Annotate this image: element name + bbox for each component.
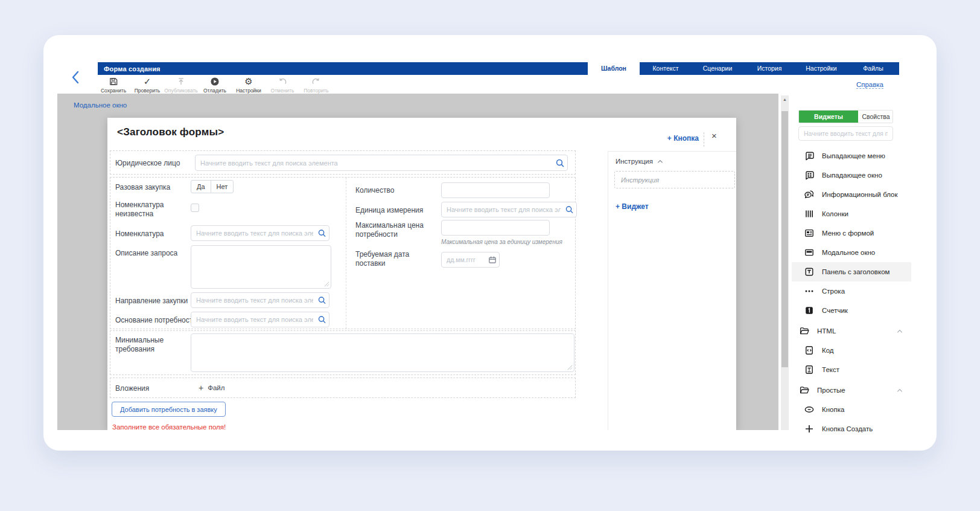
resize-handle-icon[interactable] <box>324 281 329 287</box>
attachments-label: Вложения <box>115 384 149 393</box>
add-file-label: Файл <box>208 384 224 391</box>
counter-icon <box>804 305 815 316</box>
plus-icon: + <box>199 384 203 392</box>
back-chevron-icon[interactable] <box>70 70 81 85</box>
yes-button[interactable]: Да <box>191 180 211 193</box>
add-widget-link[interactable]: + Виджет <box>616 202 649 211</box>
scrollbar-thumb[interactable] <box>781 111 788 367</box>
tab-properties[interactable]: Свойства <box>858 111 893 123</box>
instruction-header[interactable]: Инструкция <box>616 158 663 165</box>
modal-window-widget: <Заголовок формы> + Кнопка × Юридическое… <box>107 118 736 430</box>
need-basis-input[interactable] <box>191 312 329 327</box>
quantity-input[interactable] <box>441 182 550 198</box>
one-time-purchase-label: Разовая закупка <box>115 183 170 192</box>
tab-context[interactable]: Контекст <box>640 62 692 75</box>
debug-button[interactable]: Отладить <box>200 76 229 94</box>
need-basis-label: Основание потребности <box>115 316 197 325</box>
legal-entity-label: Юридическое лицо <box>115 159 180 168</box>
legal-entity-search <box>195 155 568 171</box>
text-icon <box>804 364 815 375</box>
search-icon <box>565 205 574 214</box>
menu-with-form-icon <box>804 228 815 239</box>
add-need-button[interactable]: Добавить потребность в заявку <box>112 402 226 417</box>
app-title: Форма создания <box>98 65 161 72</box>
section-attachments: Вложения + Файл <box>110 378 576 398</box>
dropdown-window-icon <box>804 170 815 181</box>
widget-item-row[interactable]: Строка <box>792 281 911 301</box>
widget-group-html[interactable]: HTML <box>792 321 911 341</box>
undo-button[interactable]: Отменить <box>268 76 297 94</box>
unit-input[interactable] <box>441 202 577 217</box>
purchase-direction-input[interactable] <box>191 292 329 308</box>
nomenclature-unknown-checkbox[interactable] <box>191 204 199 212</box>
sidebar-tabs: Виджеты Свойства <box>798 110 893 123</box>
widget-group-simple[interactable]: Простые <box>792 381 911 400</box>
breadcrumb[interactable]: Модальное окно <box>74 101 127 109</box>
chevron-up-icon[interactable] <box>897 388 903 393</box>
publish-icon <box>176 76 186 86</box>
widget-item-create-button[interactable]: Кнопка Создать <box>792 419 911 439</box>
widget-item-info-block[interactable]: Информационный блок <box>792 185 911 204</box>
widget-item-menu-with-form[interactable]: Меню с формой <box>792 223 911 243</box>
min-requirements-textarea[interactable] <box>191 333 574 372</box>
request-description-label: Описание запроса <box>115 249 177 258</box>
validate-button[interactable]: ✓ Проверить <box>133 76 162 94</box>
publish-button[interactable]: Опубликовать <box>167 76 196 94</box>
info-block-icon <box>804 189 815 200</box>
save-button[interactable]: Сохранить <box>99 76 128 94</box>
scroll-up-arrow-icon[interactable]: ▲ <box>781 97 789 101</box>
chevron-up-icon[interactable] <box>897 329 903 333</box>
tab-template[interactable]: Шаблон <box>588 62 640 75</box>
design-canvas: Модальное окно <Заголовок формы> + Кнопк… <box>57 94 778 430</box>
tab-settings[interactable]: Настройки <box>795 62 847 75</box>
top-bar: Форма создания Шаблон Контекст Сценарии … <box>98 62 899 75</box>
widget-item-button[interactable]: Кнопка <box>792 400 911 419</box>
delivery-date-field <box>441 252 500 268</box>
calendar-icon[interactable] <box>488 256 497 264</box>
request-description-textarea[interactable] <box>191 245 331 289</box>
delivery-date-label: Требуемая дата поставки <box>355 250 423 268</box>
app-window: Форма создания Шаблон Контекст Сценарии … <box>43 35 937 451</box>
add-file-button[interactable]: + Файл <box>199 384 224 392</box>
resize-handle-icon[interactable] <box>567 365 573 370</box>
tab-scenarios[interactable]: Сценарии <box>692 62 743 75</box>
widget-item-code[interactable]: Код <box>792 341 911 360</box>
help-link[interactable]: Справка <box>856 81 883 89</box>
widget-item-dropdown-menu[interactable]: Выпадающее меню <box>792 146 911 166</box>
widget-item-titled-panel[interactable]: Панель с заголовком <box>792 262 911 281</box>
main-tabs: Шаблон Контекст Сценарии История Настрой… <box>588 62 899 75</box>
debug-play-icon <box>210 76 220 86</box>
settings-button[interactable]: ⚙ Настройки <box>234 76 263 94</box>
purchase-direction-label: Направление закупки <box>115 297 188 306</box>
widget-item-text[interactable]: Текст <box>792 360 911 379</box>
close-icon[interactable]: × <box>711 130 717 141</box>
canvas-scrollbar[interactable]: ▲ <box>781 95 789 430</box>
widget-search <box>798 126 893 141</box>
unit-label: Единица измерения <box>355 206 423 215</box>
tab-widgets[interactable]: Виджеты <box>799 111 858 123</box>
instruction-placeholder-box[interactable]: Инструкция <box>614 171 735 188</box>
save-icon <box>109 76 118 86</box>
no-button[interactable]: Нет <box>211 180 234 193</box>
tab-history[interactable]: История <box>743 62 795 75</box>
widget-item-columns[interactable]: Колонки <box>792 204 911 223</box>
button-icon <box>804 404 815 415</box>
widget-search-input[interactable] <box>798 126 893 141</box>
section-min-requirements: Минимальные требования <box>110 330 576 375</box>
nomenclature-input[interactable] <box>191 225 329 241</box>
redo-icon <box>311 76 321 86</box>
widget-item-dropdown-window[interactable]: Выпадающее окно <box>792 166 911 185</box>
chevron-up-icon <box>657 159 663 164</box>
dropdown-menu-icon <box>804 150 815 161</box>
widget-item-counter[interactable]: Счетчик <box>792 301 911 320</box>
columns-icon <box>804 208 815 219</box>
tab-files[interactable]: Файлы <box>847 62 899 75</box>
add-button-link[interactable]: + Кнопка <box>667 134 699 143</box>
folder-icon <box>799 326 810 336</box>
redo-button[interactable]: Повторить <box>302 76 331 94</box>
legal-entity-input[interactable] <box>195 155 568 171</box>
code-icon <box>804 345 815 356</box>
widget-item-modal-window[interactable]: Модальное окно <box>792 243 911 262</box>
undo-icon <box>278 76 287 86</box>
max-price-input[interactable] <box>441 220 550 236</box>
